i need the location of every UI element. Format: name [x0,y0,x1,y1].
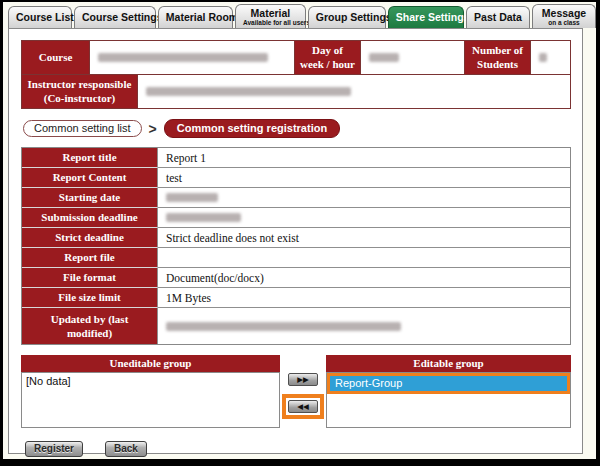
row-label: Starting date [22,188,158,208]
course-info-row-2: Instructor responsible (Co-instructor) [22,75,570,108]
row-label: File size limit [22,288,158,308]
course-value [90,41,295,74]
row-label: Updated by (last modified) [22,308,158,344]
tab-message-on-class[interactable]: Message on a class [532,4,596,28]
tab-material-all-users[interactable]: Material Available for all users [235,4,306,28]
tab-label: Group Settings [316,11,378,23]
table-row-strict-deadline: Strict deadline Strict deadline does not… [22,228,570,248]
row-label: Submission deadline [22,208,158,228]
annotation-highlight-selected-group: Report-Group [327,373,570,394]
row-value [158,208,570,228]
list-item-report-group[interactable]: Report-Group [330,376,567,391]
chevron-right-icon: > [149,121,157,137]
report-detail-table: Report title Report 1 Report Content tes… [21,147,571,345]
tab-bar: Course List Course Settings Material Roo… [3,2,596,28]
table-row-file-size-limit: File size limit 1M Bytes [22,288,570,308]
table-row-submission-deadline: Submission deadline [22,208,570,228]
course-info-row-1: Course Day of week / hour Number of Stud… [22,41,570,75]
row-value: Strict deadline does not exist [158,228,570,248]
redacted-course-name [98,53,268,62]
day-of-week-value [361,41,465,74]
row-value: Report 1 [158,148,570,168]
action-bar: Register Back [21,441,571,457]
table-row-file-format: File format Document(doc/docx) [22,268,570,288]
row-value [158,248,570,268]
row-value [158,308,570,344]
instructor-label: Instructor responsible (Co-instructor) [22,75,138,108]
group-assignment-section: Uneditable group [No data] ▶▶ ◀◀ Editabl… [21,355,571,428]
tab-label: Share Settings [396,11,456,23]
tab-sublabel: Available for all users [243,19,298,26]
move-right-button[interactable]: ▶▶ [288,373,318,386]
table-row-report-title: Report title Report 1 [22,148,570,168]
tab-label: Material Room [166,11,225,23]
instructor-value [138,75,570,108]
table-row-starting-date: Starting date [22,188,570,208]
students-label: Number of Students [465,41,531,74]
row-label: Strict deadline [22,228,158,248]
breadcrumb: Common setting list > Common setting reg… [23,119,571,138]
course-info-table: Course Day of week / hour Number of Stud… [21,40,571,109]
main-panel: Course Day of week / hour Number of Stud… [8,28,583,454]
tab-label: Course Settings [82,11,148,23]
row-label: Report title [22,148,158,168]
annotation-highlight-move-left: ◀◀ [282,394,324,419]
redacted-starting-date [166,193,218,202]
redacted-student-count [539,53,547,62]
students-value [531,41,570,74]
tab-course-settings[interactable]: Course Settings [74,6,156,28]
register-button[interactable]: Register [25,441,83,457]
back-button[interactable]: Back [105,441,147,457]
row-value: Document(doc/docx) [158,268,570,288]
tab-sublabel: on a class [540,19,588,26]
tab-label: Course List [16,11,64,23]
row-value [158,188,570,208]
uneditable-group-panel: Uneditable group [No data] [21,355,280,428]
common-setting-registration-button[interactable]: Common setting registration [164,119,340,138]
tab-share-settings[interactable]: Share Settings [388,6,464,28]
table-row-report-content: Report Content test [22,168,570,188]
tab-past-data[interactable]: Past Data [466,6,530,28]
redacted-instructor-name [146,87,351,96]
row-label: File format [22,268,158,288]
editable-group-list[interactable]: Report-Group [326,372,571,428]
redacted-day-of-week [369,53,399,62]
group-move-controls: ▶▶ ◀◀ [280,355,326,428]
tab-label: Message [540,7,588,19]
tab-material-room[interactable]: Material Room [158,6,233,28]
day-of-week-label: Day of week / hour [295,41,361,74]
editable-group-panel: Editable group Report-Group [326,355,571,428]
row-label: Report Content [22,168,158,188]
common-setting-list-button[interactable]: Common setting list [23,120,142,137]
redacted-submission-deadline [166,213,241,222]
uneditable-group-title: Uneditable group [21,355,280,372]
share-settings-page: Course List Course Settings Material Roo… [0,0,600,466]
editable-group-title: Editable group [326,355,571,372]
tab-course-list[interactable]: Course List [8,6,72,28]
table-row-updated-by: Updated by (last modified) [22,308,570,344]
tab-label: Material [243,7,298,19]
tab-group-settings[interactable]: Group Settings [308,6,386,28]
course-label: Course [22,41,90,74]
row-label: Report file [22,248,158,268]
no-data-text: [No data] [22,373,279,389]
uneditable-group-list[interactable]: [No data] [21,372,280,428]
tab-label: Past Data [474,11,522,23]
redacted-updated-by [166,322,401,331]
move-left-button[interactable]: ◀◀ [288,400,318,413]
row-value: test [158,168,570,188]
table-row-report-file: Report file [22,248,570,268]
row-value: 1M Bytes [158,288,570,308]
